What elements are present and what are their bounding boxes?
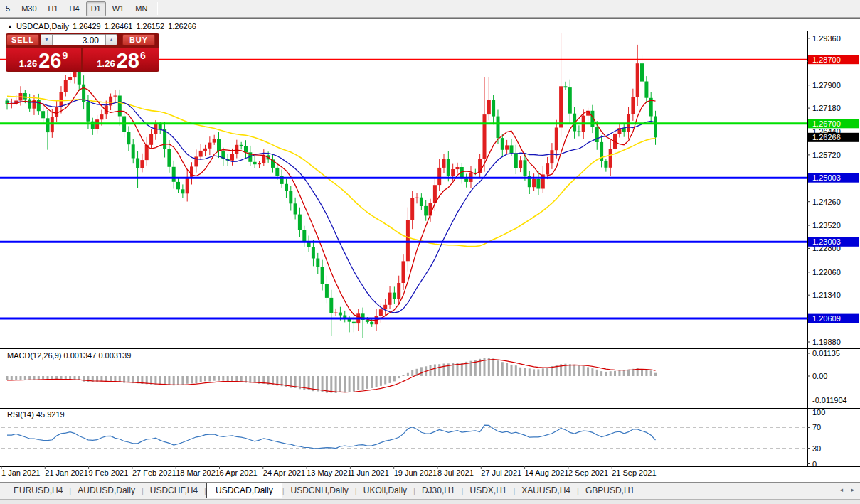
candle-body (397, 283, 400, 299)
buy-button[interactable]: BUY (122, 34, 155, 45)
candle-body (132, 144, 135, 158)
candle-body (379, 309, 383, 316)
macd-bar (537, 369, 539, 376)
macd-bar (186, 376, 189, 384)
macd-bar (411, 370, 413, 377)
chart-canvas[interactable]: 1.293601.286401.279001.271801.264401.257… (0, 31, 860, 483)
candle-body (563, 86, 567, 87)
candle-body (244, 146, 248, 152)
candle-body (424, 206, 428, 216)
tab-audusd-daily[interactable]: AUDUSD,Daily (71, 483, 142, 498)
macd-label: MACD(12,26,9) 0.001347 0.003139 (7, 351, 131, 360)
timeframe-button-h4[interactable]: H4 (65, 1, 85, 16)
candle-body (334, 313, 338, 313)
macd-bar (362, 376, 364, 390)
timeframe-button-mn[interactable]: MN (130, 1, 152, 16)
macd-bar (650, 370, 652, 376)
candle-body (433, 185, 437, 203)
date-label: 21 Sep 2021 (612, 468, 656, 477)
candle-body (68, 77, 72, 80)
macd-bar (100, 376, 102, 382)
date-label: 13 May 2021 (307, 468, 352, 477)
candle-body (510, 145, 514, 153)
macd-bar (6, 376, 9, 380)
macd-bar (114, 376, 116, 382)
macd-bar (587, 367, 589, 376)
date-label: 2 Sep 2021 (568, 468, 608, 477)
candle-body (213, 139, 216, 143)
sell-price-display[interactable]: 1.26269 (6, 48, 81, 71)
candle-body (113, 96, 117, 97)
macd-axis-label: 0.00 (812, 372, 827, 380)
ohlc-close: 1.26266 (168, 22, 196, 31)
candle-body (302, 230, 306, 242)
candle-body (622, 128, 626, 132)
macd-bar (605, 372, 607, 376)
candle-body (447, 159, 450, 176)
macd-bar (623, 370, 625, 376)
sell-price-prefix: 1.26 (19, 59, 37, 69)
volume-decrease-button[interactable]: ▼ (41, 34, 53, 45)
candle-body (181, 189, 184, 193)
macd-bar (28, 376, 31, 380)
tab-usdcad-daily[interactable]: USDCAD,Daily (206, 483, 282, 498)
tab-eurusd-h4[interactable]: EURUSD,H4 (7, 483, 69, 498)
candle-body (402, 261, 405, 283)
candle-body (415, 198, 419, 198)
candle-body (644, 82, 648, 98)
macd-bar (218, 376, 220, 381)
timeframe-button-m30[interactable]: M30 (16, 1, 41, 16)
candle-body (514, 153, 518, 168)
macd-bar (38, 376, 40, 380)
sell-button[interactable]: SELL (6, 34, 39, 45)
macd-bar (213, 376, 216, 381)
timeframe-button-w1[interactable]: W1 (107, 1, 129, 16)
candle-body (41, 111, 45, 118)
price-tick-label: 1.25720 (812, 151, 841, 159)
macd-bar (420, 367, 423, 376)
macd-bar (519, 368, 521, 376)
macd-bar (591, 368, 593, 376)
svg-text:1.23003: 1.23003 (812, 237, 841, 246)
tab-usdchf-h4[interactable]: USDCHF,H4 (144, 483, 204, 498)
candle-body (312, 247, 315, 258)
macd-bar (645, 370, 647, 376)
date-label: 6 Apr 2021 (220, 468, 258, 477)
candle-body (163, 129, 166, 149)
date-label: 9 Feb 2021 (89, 468, 129, 477)
macd-bar (353, 376, 355, 392)
tab-gbpusd-h1[interactable]: GBPUSD,H1 (579, 483, 641, 498)
buy-price-display[interactable]: 1.26286 (83, 48, 159, 71)
macd-bar (344, 376, 346, 392)
tab-xauusd-h4[interactable]: XAUUSD,H4 (515, 483, 577, 498)
candle-body (640, 63, 644, 81)
tab-scroll-left-icon[interactable]: ◂ (839, 486, 843, 493)
macd-bar (240, 376, 243, 382)
timeframe-button-h1[interactable]: H1 (43, 1, 63, 16)
date-label: 27 Feb 2021 (132, 468, 176, 477)
candle-body (86, 102, 90, 122)
volume-increase-button[interactable]: ▲ (105, 34, 117, 45)
macd-bar (208, 376, 211, 382)
timeframe-button-d1[interactable]: D1 (86, 1, 106, 16)
buy-price-big: 28 (117, 52, 139, 69)
macd-bar (168, 376, 170, 385)
candle-body (73, 71, 77, 77)
macd-bar (376, 376, 378, 387)
timeframe-button-5[interactable]: 5 (1, 1, 15, 16)
tab-scroll-right-icon[interactable]: ▸ (851, 486, 854, 493)
collapse-triangle-icon[interactable]: ▲ (7, 23, 13, 30)
macd-bar (610, 371, 612, 376)
macd-bar (511, 365, 513, 376)
tab-usdx-h1[interactable]: USDX,H1 (463, 483, 513, 498)
tab-usdcnh-daily[interactable]: USDCNH,Daily (285, 483, 355, 498)
volume-input[interactable]: 3.00 (53, 34, 105, 45)
price-tick-label: 1.21340 (812, 291, 841, 299)
macd-bar (524, 368, 526, 376)
tab-ukoil-daily[interactable]: UKOil,Daily (357, 483, 413, 498)
one-click-trade-panel: SELL ▼ 3.00 ▲ BUY 1.26269 1.26286 (6, 33, 159, 72)
macd-bar (231, 376, 233, 381)
tab-dj30-h1[interactable]: DJ30,H1 (415, 483, 462, 498)
candle-body (100, 114, 103, 119)
macd-bar (492, 358, 494, 376)
